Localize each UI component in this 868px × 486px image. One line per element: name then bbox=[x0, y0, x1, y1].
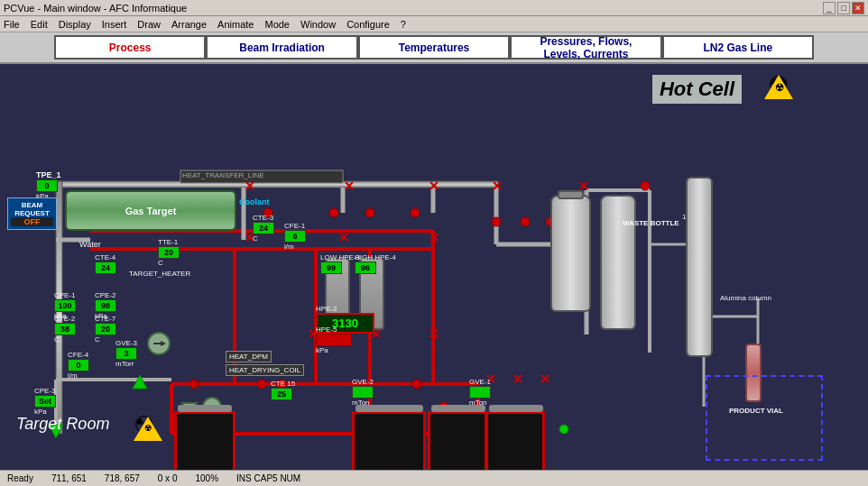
minimize-button[interactable]: _ bbox=[823, 2, 836, 14]
vessel-right-3 bbox=[686, 177, 713, 357]
heat-transfer-label: HEAT_TRANSFER_LINE bbox=[182, 171, 264, 179]
menu-animate[interactable]: Animate bbox=[217, 19, 254, 30]
cfe4-panel: CFE-4 0 l/m bbox=[68, 351, 89, 380]
target-room-label: Target Room bbox=[16, 415, 109, 434]
hpe5-panel: HPE-5 kPa bbox=[316, 326, 352, 354]
coolant-label: Coolant bbox=[239, 197, 270, 206]
svg-point-59 bbox=[365, 208, 374, 217]
status-caps: INS CAP5 NUM bbox=[236, 473, 300, 483]
status-bar: Ready 711, 651 718, 657 0 x 0 100% INS C… bbox=[0, 470, 868, 486]
tab-bar: Process Beam Irradiation Temperatures Pr… bbox=[0, 32, 868, 64]
maximize-button[interactable]: □ bbox=[837, 2, 850, 14]
svg-point-61 bbox=[492, 217, 501, 226]
status-ready: Ready bbox=[7, 473, 33, 483]
svg-point-66 bbox=[189, 380, 199, 389]
menu-arrange[interactable]: Arrange bbox=[171, 19, 207, 30]
gve2-panel: GVE-2 mTon bbox=[352, 378, 374, 407]
vessel-outline-1 bbox=[174, 411, 235, 479]
tab-process[interactable]: Process bbox=[54, 35, 206, 60]
cte15-panel: CTE 15 25 bbox=[271, 380, 295, 400]
menu-draw[interactable]: Draw bbox=[137, 19, 161, 30]
window-title: PCVue - Main window - AFC Informatique bbox=[4, 3, 187, 14]
close-button[interactable]: ✕ bbox=[852, 2, 864, 14]
menu-help[interactable]: ? bbox=[401, 19, 406, 30]
tab-ln2[interactable]: LN2 Gas Line bbox=[662, 35, 814, 60]
cpe3-panel: CPE-3 Set kPa bbox=[34, 387, 56, 416]
tab-pressures[interactable]: Pressures, Flows, Levels, Currents bbox=[510, 35, 661, 60]
title-bar: PCVue - Main window - AFC Informatique _… bbox=[0, 0, 868, 16]
waste-bottle-label: WASTE BOTTLE bbox=[623, 219, 679, 227]
status-zoom: 100% bbox=[195, 473, 218, 483]
target-heater-label: TARGET_HEATER bbox=[129, 270, 190, 278]
menu-bar: File Edit Display Insert Draw Arrange An… bbox=[0, 16, 868, 32]
svg-point-60 bbox=[411, 208, 420, 217]
menu-configure[interactable]: Configure bbox=[346, 19, 390, 30]
vessel-right-1 bbox=[550, 195, 591, 312]
vessel-cap-3 bbox=[431, 405, 485, 412]
status-coords1: 711, 651 bbox=[51, 473, 87, 483]
gas-target: Gas Target bbox=[65, 190, 236, 231]
menu-file[interactable]: File bbox=[4, 19, 20, 30]
heat-drying-label: HEAT_DRYING_COIL bbox=[226, 364, 304, 376]
vessel-outline-3 bbox=[428, 411, 487, 479]
gve3-panel: GVE-3 3 mTorr bbox=[115, 339, 137, 368]
status-coords3: 0 x 0 bbox=[158, 473, 178, 483]
main-scada-area: TPE_1 0 kPa BEAM REQUEST OFF Gas Target … bbox=[0, 64, 868, 481]
svg-point-58 bbox=[329, 208, 338, 217]
alumina-label: Alumina column bbox=[720, 294, 771, 302]
heat-dpm-label: HEAT_DPM bbox=[226, 351, 272, 362]
vessel-outline-4 bbox=[485, 411, 545, 479]
tte1-panel: TTE-1 20 C bbox=[158, 238, 180, 267]
svg-point-71 bbox=[559, 425, 568, 434]
blue-dashed-box bbox=[706, 375, 823, 461]
water-label: Water bbox=[79, 240, 101, 249]
tpe1-value: 0 bbox=[36, 179, 58, 192]
vessel-cap-1 bbox=[178, 405, 232, 412]
svg-point-65 bbox=[641, 181, 650, 190]
tpe1-tag: TPE_1 0 kPa bbox=[36, 170, 61, 200]
svg-point-67 bbox=[257, 380, 266, 389]
warning-triangle-hotcell: ☢ bbox=[764, 75, 793, 99]
gve1-panel: GVE-1 mTon bbox=[469, 378, 491, 407]
cfe1-panel: CFE-1 6 l/m bbox=[284, 222, 306, 251]
hpe4-panel: HIGH HPE-4 96 bbox=[355, 253, 396, 274]
window-controls[interactable]: _ □ ✕ bbox=[823, 2, 864, 14]
svg-marker-72 bbox=[133, 375, 147, 389]
status-coords2: 718, 657 bbox=[105, 473, 140, 483]
svg-point-69 bbox=[412, 380, 421, 389]
beam-request-panel: BEAM REQUEST OFF bbox=[7, 197, 57, 230]
menu-edit[interactable]: Edit bbox=[31, 19, 48, 30]
menu-display[interactable]: Display bbox=[59, 19, 91, 30]
vessel-right-1-cap bbox=[558, 190, 584, 199]
tab-beam-irradiation[interactable]: Beam Irradiation bbox=[206, 35, 357, 60]
menu-mode[interactable]: Mode bbox=[264, 19, 290, 30]
cte3-panel: CTE-3 24 C bbox=[253, 214, 274, 243]
vessel-cap-2 bbox=[356, 405, 423, 412]
svg-point-62 bbox=[521, 217, 530, 226]
vessel-outline-2 bbox=[352, 411, 426, 479]
hot-cell-title: Hot Cell bbox=[652, 75, 742, 104]
tab-temperatures[interactable]: Temperatures bbox=[358, 35, 510, 60]
vessel-cap-4 bbox=[489, 405, 543, 412]
vessel-right-2 bbox=[600, 195, 636, 330]
cte7-panel: CTE-7 20 C bbox=[95, 315, 116, 344]
menu-window[interactable]: Window bbox=[300, 19, 336, 30]
cte4-panel: CTE-4 24 bbox=[95, 253, 116, 274]
cte2-panel: CTE-2 38 C bbox=[54, 315, 76, 344]
menu-insert[interactable]: Insert bbox=[102, 19, 127, 30]
warning-triangle-target: ☢ bbox=[134, 417, 162, 441]
